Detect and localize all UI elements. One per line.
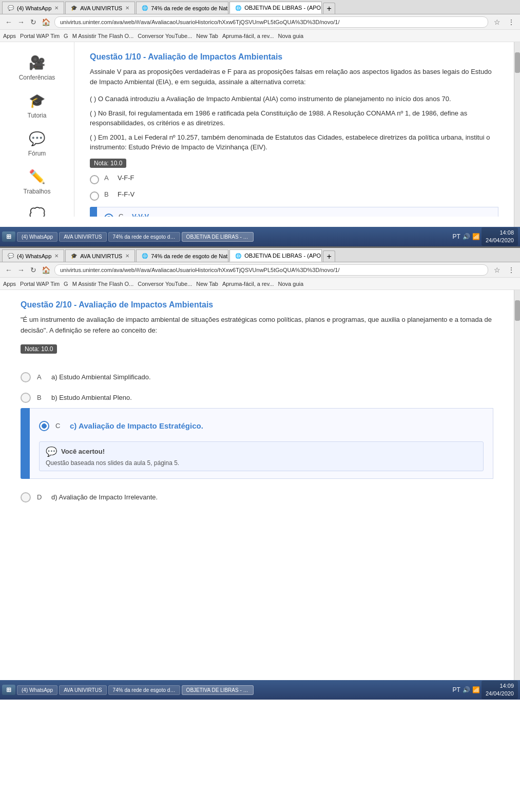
- home-button-2[interactable]: 🏠: [40, 264, 51, 276]
- bookmark-g-2[interactable]: G: [64, 281, 68, 287]
- q2-option-a-letter: A: [37, 373, 45, 381]
- layout-2: Questão 2/10 - Avaliação de Impactos Amb…: [0, 290, 514, 680]
- bookmark-novaguia-1[interactable]: Nova guia: [278, 33, 304, 39]
- tb-btn-news-1[interactable]: 74% da rede de esgoto de Natal: [108, 232, 180, 242]
- refresh-button-1[interactable]: ↻: [28, 16, 39, 28]
- option-b-text: F-F-V: [118, 190, 134, 198]
- tab-close-univirtus-1[interactable]: ✕: [125, 5, 129, 11]
- q2-options: A a) Estudo Ambiental Simplificado. B b)…: [21, 367, 493, 508]
- whatsapp-favicon-2: 💬: [8, 253, 14, 259]
- q2-option-c-letter: C: [55, 422, 64, 430]
- bookmark-apps-2[interactable]: Apps: [3, 281, 16, 287]
- option-a-letter: A: [104, 174, 112, 182]
- q2-option-a-row[interactable]: A a) Estudo Ambiental Simplificado.: [21, 367, 493, 388]
- back-button-2[interactable]: ←: [3, 264, 14, 276]
- bookmark-button-2[interactable]: ☆: [491, 264, 503, 276]
- bookmark-apruma-2[interactable]: Apruma-fácil, a rev...: [222, 281, 274, 287]
- q2-option-c-inner: C c) Avaliação de Impacto Estratégico. 💬…: [30, 408, 493, 479]
- taskbar-clock-1[interactable]: 14:08 24/04/2020: [482, 227, 518, 246]
- clock-time-1: 14:08: [486, 229, 514, 237]
- option-b-row[interactable]: B F-F-V: [90, 190, 498, 201]
- bookmark-flash-2[interactable]: M Assistir The Flash O...: [72, 281, 134, 287]
- tab-close-whatsapp-2[interactable]: ✕: [54, 253, 59, 259]
- nav-buttons-2: ← → ↻ 🏠: [3, 264, 51, 276]
- tab-close-univirtus-2[interactable]: ✕: [125, 253, 129, 259]
- bookmark-novaguia-2[interactable]: Nova guia: [278, 281, 304, 287]
- scrollbar-2[interactable]: [514, 290, 520, 680]
- taskbar-start-btn-2[interactable]: ⊞: [2, 685, 15, 695]
- q2-option-c-row[interactable]: C c) Avaliação de Impacto Estratégico.: [39, 416, 484, 436]
- menu-button-2[interactable]: ⋮: [506, 264, 517, 276]
- bookmark-conv-1[interactable]: Conversor YouTube...: [138, 33, 192, 39]
- new-tab-button-1[interactable]: +: [323, 3, 335, 14]
- tb2-btn-news[interactable]: 74% da rede de esgoto de Natal: [108, 685, 180, 695]
- q2-option-d-row[interactable]: D d) Avaliação de Impacto Irrelevante.: [21, 487, 493, 508]
- tab-univirtus-2[interactable]: 🎓 AVA UNIVIRTUS ✕: [65, 249, 135, 262]
- bookmark-button-1[interactable]: ☆: [491, 16, 503, 28]
- tab-objetiva-2[interactable]: 🌐 OBJETIVA DE LIBRAS - (APOL 1 ... ✕: [229, 249, 322, 262]
- address-input-1[interactable]: [54, 16, 488, 28]
- scrollbar-thumb-1[interactable]: [515, 52, 520, 73]
- tab-whatsapp-1[interactable]: 💬 (4) WhatsApp ✕: [2, 2, 64, 14]
- bookmark-portal-2[interactable]: Portal WAP Tim: [20, 281, 60, 287]
- sidebar-item-forum[interactable]: 💬 Fórum: [0, 123, 74, 161]
- scrollbar-thumb-2[interactable]: [515, 300, 520, 321]
- tb2-btn-whatsapp[interactable]: (4) WhatsApp: [17, 685, 57, 695]
- bookmark-portal-1[interactable]: Portal WAP Tim: [20, 33, 60, 39]
- new-tab-button-2[interactable]: +: [323, 250, 335, 262]
- forward-button-1[interactable]: →: [15, 16, 27, 28]
- address-input-2[interactable]: [54, 264, 488, 276]
- sidebar-label-tutoria: Tutoria: [28, 112, 47, 119]
- bookmark-apps-1[interactable]: Apps: [3, 33, 16, 39]
- sidebar-1: 🎥 Conferências 🎓 Tutoria 💬 Fórum ✏️ Trab…: [0, 42, 74, 217]
- back-button-1[interactable]: ←: [3, 16, 14, 28]
- option-b-radio[interactable]: [90, 191, 99, 201]
- bookmark-newtab-2[interactable]: New Tab: [196, 281, 218, 287]
- tab-news-1[interactable]: 🌐 74% da rede de esgoto de Natal ✕: [136, 2, 228, 14]
- option-a-radio[interactable]: [90, 175, 99, 184]
- q2-option-d-radio[interactable]: [21, 492, 31, 502]
- option-a-row[interactable]: A V-F-F: [90, 174, 498, 184]
- bookmark-flash-1[interactable]: M Assistir The Flash O...: [72, 33, 134, 39]
- sidebar-item-tutoria[interactable]: 🎓 Tutoria: [0, 85, 74, 123]
- bookmark-g-1[interactable]: G: [64, 33, 68, 39]
- tab-label-objetiva-1: OBJETIVA DE LIBRAS - (APOL 1 ...: [244, 5, 322, 11]
- address-bar-1: ← → ↻ 🏠 ☆ ⋮: [0, 14, 520, 30]
- q2-option-b-radio[interactable]: [21, 393, 31, 403]
- refresh-button-2[interactable]: ↻: [28, 264, 39, 276]
- q2-option-b-row[interactable]: B b) Estudo Ambiental Pleno.: [21, 388, 493, 408]
- option-c-letter: C: [119, 212, 127, 217]
- forward-button-2[interactable]: →: [15, 264, 27, 276]
- univirtus-favicon-1: 🎓: [71, 5, 77, 11]
- conferencias-icon: 🎥: [28, 53, 46, 72]
- tb-btn-whatsapp-1[interactable]: (4) WhatsApp: [17, 232, 57, 242]
- tb-btn-univirtus-1[interactable]: AVA UNIVIRTUS: [59, 232, 106, 242]
- tb2-btn-univirtus[interactable]: AVA UNIVIRTUS: [59, 685, 106, 695]
- tab-news-2[interactable]: 🌐 74% da rede de esgoto de Natal ✕: [136, 249, 228, 262]
- q2-option-c-radio[interactable]: [39, 421, 49, 431]
- taskbar-start-btn-1[interactable]: ⊞: [2, 231, 15, 242]
- home-button-1[interactable]: 🏠: [40, 16, 51, 28]
- bookmark-conv-2[interactable]: Conversor YouTube...: [138, 281, 192, 287]
- tab-whatsapp-2[interactable]: 💬 (4) WhatsApp ✕: [2, 249, 64, 262]
- tab-univirtus-1[interactable]: 🎓 AVA UNIVIRTUS ✕: [65, 2, 135, 14]
- scrollbar-1[interactable]: [514, 42, 520, 227]
- main-area-1: 🎥 Conferências 🎓 Tutoria 💬 Fórum ✏️ Trab…: [0, 42, 520, 227]
- tab-objetiva-1[interactable]: 🌐 OBJETIVA DE LIBRAS - (APOL 1 ... ✕: [229, 2, 322, 14]
- bookmark-apruma-1[interactable]: Apruma-fácil, a rev...: [222, 33, 274, 39]
- q1-stmt1: ( ) O Canadá introduziu a Avaliação de I…: [90, 94, 498, 104]
- sidebar-item-chat[interactable]: 💭 Chat: [0, 199, 74, 217]
- sidebar-item-conferencias[interactable]: 🎥 Conferências: [0, 47, 74, 85]
- tab-close-whatsapp-1[interactable]: ✕: [54, 5, 59, 11]
- option-c-row[interactable]: C V-V-V: [104, 212, 491, 217]
- objetiva-favicon-2: 🌐: [235, 253, 241, 259]
- option-c-radio[interactable]: [104, 214, 113, 217]
- q2-option-a-radio[interactable]: [21, 372, 31, 382]
- sidebar-item-trabalhos[interactable]: ✏️ Trabalhos: [0, 161, 74, 199]
- tb2-btn-objetiva[interactable]: OBJETIVA DE LIBRAS - (APOL 1 ...: [182, 685, 254, 695]
- menu-button-1[interactable]: ⋮: [506, 16, 517, 28]
- tb-btn-objetiva-1[interactable]: OBJETIVA DE LIBRAS - (APOL 1 ...: [182, 232, 254, 242]
- q2-text: "É um instrumento de avaliação de impact…: [21, 315, 493, 336]
- taskbar-clock-2[interactable]: 14:09 24/04/2020: [482, 681, 518, 700]
- bookmark-newtab-1[interactable]: New Tab: [196, 33, 218, 39]
